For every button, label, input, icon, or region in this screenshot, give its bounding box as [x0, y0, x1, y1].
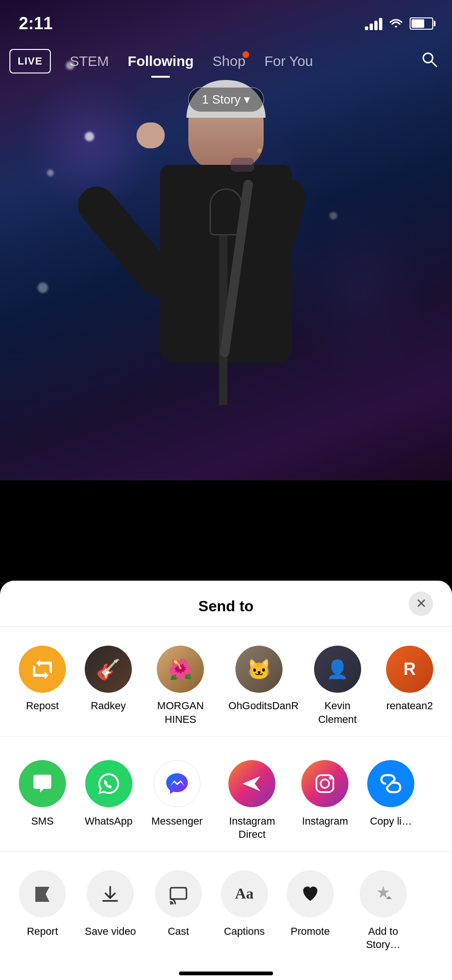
captions-icon: Aa	[221, 870, 268, 917]
contact-name-morgan: MORGAN HINES	[151, 699, 210, 726]
contact-name-repost: Repost	[26, 699, 59, 713]
contact-radkey[interactable]: 🎸 Radkey	[75, 641, 141, 731]
action-captions[interactable]: Aa Captions	[211, 866, 277, 956]
contact-renatean[interactable]: R renatean2	[377, 641, 443, 731]
app-copy-link[interactable]: Copy li…	[358, 755, 424, 846]
contact-name-ohgodits: OhGoditsDanR	[228, 699, 290, 713]
action-name-promote: Promote	[291, 925, 330, 939]
actions-divider	[0, 851, 452, 851]
action-name-save-video: Save video	[85, 925, 136, 939]
sheet-header: Send to ✕	[0, 581, 452, 626]
contact-name-kevin: Kevin Clement	[307, 699, 367, 726]
nav-live-label: LIVE	[18, 55, 43, 67]
contact-name-radkey: Radkey	[91, 699, 126, 713]
action-add-to-story[interactable]: Add to Story…	[343, 866, 423, 956]
svg-rect-7	[170, 888, 186, 899]
apps-row: SMS WhatsApp	[0, 746, 452, 851]
svg-point-5	[321, 779, 329, 788]
contact-avatar-kevin: 👤	[314, 646, 361, 693]
divider	[0, 626, 452, 627]
action-promote[interactable]: Promote	[277, 866, 343, 956]
app-name-instagram-direct: Instagram Direct	[221, 815, 282, 842]
contact-ohgodits[interactable]: 🐱 OhGoditsDanR	[220, 641, 299, 731]
action-cast[interactable]: Cast	[145, 866, 211, 956]
nav-tab-stem[interactable]: STEM	[60, 49, 118, 74]
repost-icon	[19, 646, 66, 693]
search-icon	[421, 51, 438, 68]
copy-link-icon	[367, 760, 414, 807]
nav-tab-following[interactable]: Following	[118, 49, 203, 74]
app-instagram-direct[interactable]: Instagram Direct	[212, 755, 292, 846]
nav-live-button[interactable]: LIVE	[9, 49, 51, 73]
app-sms[interactable]: SMS	[9, 755, 75, 846]
contact-avatar-morgan: 🌺	[157, 646, 204, 693]
apps-divider	[0, 736, 452, 737]
contact-kevin[interactable]: 👤 Kevin Clement	[298, 641, 377, 731]
contact-morgan[interactable]: 🌺 MORGAN HINES	[141, 641, 220, 731]
messenger-icon	[153, 760, 201, 807]
action-name-captions: Captions	[224, 925, 265, 939]
app-name-sms: SMS	[31, 815, 54, 828]
sheet-title: Send to	[198, 598, 253, 615]
svg-point-8	[170, 903, 172, 905]
status-icons	[365, 17, 433, 30]
battery-fill	[412, 19, 424, 28]
save-video-icon	[87, 870, 134, 917]
svg-line-1	[431, 61, 436, 66]
search-button[interactable]	[416, 46, 443, 77]
app-name-copy-link: Copy li…	[370, 815, 412, 828]
action-name-cast: Cast	[168, 925, 189, 939]
performer	[0, 85, 452, 480]
nav-tab-shop[interactable]: Shop	[203, 49, 255, 74]
contact-avatar-ohgodits: 🐱	[235, 646, 282, 693]
app-name-whatsapp: WhatsApp	[85, 815, 133, 828]
nav-tabs: LIVE STEM Following Shop For You	[0, 38, 452, 85]
action-report[interactable]: Report	[9, 866, 75, 956]
sheet-close-button[interactable]: ✕	[409, 591, 433, 616]
contact-avatar-radkey: 🎸	[85, 646, 132, 693]
story-button[interactable]: 1 Story ▾	[188, 87, 264, 112]
add-to-story-icon	[360, 870, 407, 917]
app-instagram[interactable]: Instagram	[292, 755, 358, 846]
sms-icon	[19, 760, 66, 807]
action-name-add-to-story: Add to Story…	[353, 925, 414, 952]
instagram-icon	[301, 760, 348, 807]
nav-tab-for-you[interactable]: For You	[255, 49, 322, 74]
shop-notification-dot	[242, 51, 249, 58]
whatsapp-icon	[85, 760, 132, 807]
contacts-row: Repost 🎸 Radkey 🌺 MORGAN HINES 🐱 OhGodit…	[0, 636, 452, 736]
cast-icon	[155, 870, 202, 917]
app-name-instagram: Instagram	[302, 815, 348, 828]
signal-icon	[365, 17, 382, 30]
action-save-video[interactable]: Save video	[75, 866, 145, 956]
wifi-icon	[388, 17, 404, 30]
status-time: 2:11	[19, 14, 53, 33]
contact-avatar-renatean: R	[386, 646, 433, 693]
story-label: 1 Story ▾	[202, 92, 250, 107]
actions-row: Report Save video Cast	[0, 861, 452, 961]
app-whatsapp[interactable]: WhatsApp	[75, 755, 142, 846]
contact-name-renatean: renatean2	[386, 699, 433, 713]
svg-point-6	[329, 776, 332, 779]
action-name-report: Report	[27, 925, 58, 939]
status-bar: 2:11	[0, 0, 452, 38]
promote-icon	[287, 870, 334, 917]
app-messenger[interactable]: Messenger	[142, 755, 212, 846]
battery-icon	[410, 17, 433, 30]
app-name-messenger: Messenger	[152, 815, 203, 828]
share-sheet: Send to ✕ Repost 🎸 Radkey 🌺	[0, 581, 452, 980]
contact-repost[interactable]: Repost	[9, 641, 75, 731]
instagram-direct-icon	[228, 760, 275, 807]
report-icon	[19, 870, 66, 917]
home-indicator	[179, 972, 273, 975]
